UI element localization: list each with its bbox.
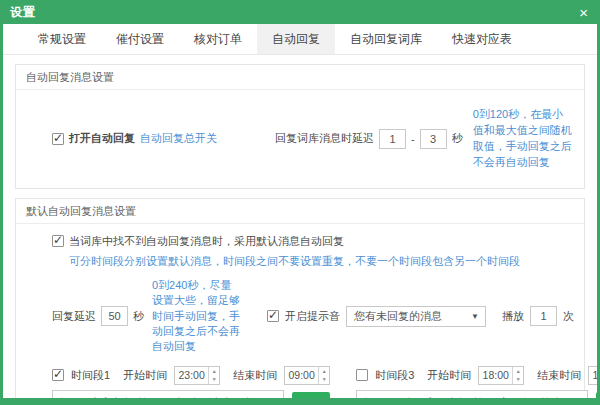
start-time-label: 开始时间: [427, 368, 471, 383]
auto-reply-checkbox[interactable]: [52, 133, 64, 145]
master-switch-note: 自动回复总开关: [140, 131, 217, 146]
end-time-label: 结束时间: [537, 368, 581, 383]
section1-title: 自动回复消息设置: [16, 65, 584, 90]
section2-title: 默认自动回复消息设置: [16, 199, 584, 224]
play-count-input[interactable]: [530, 306, 557, 326]
close-icon[interactable]: ×: [577, 5, 590, 20]
reply-delay-note: 0到240秒，尽量设置大些，留足够时间手动回复，手动回复之后不会再自动回复: [152, 278, 241, 355]
window-title: 设置: [10, 4, 36, 21]
reply-delay-input[interactable]: [101, 306, 128, 326]
spinner-icon[interactable]: ▲▼: [512, 367, 523, 384]
thesaurus-delay-label: 回复词库消息时延迟: [275, 131, 374, 146]
period3-save-button[interactable]: 保存: [596, 392, 597, 398]
sound-checkbox[interactable]: [267, 310, 279, 322]
tab-payment-reminder[interactable]: 催付设置: [101, 24, 179, 54]
period3-end-input[interactable]: 19:00 ▲▼: [588, 366, 597, 385]
period1-label: 时间段1: [71, 368, 110, 383]
tab-auto-reply[interactable]: 自动回复: [257, 24, 335, 54]
play-unit: 次: [563, 309, 574, 324]
start-time-label: 开始时间: [123, 368, 167, 383]
default-message-checkbox[interactable]: [52, 235, 64, 247]
dialog-content: 常规设置 催付设置 核对订单 自动回复 自动回复词库 快速对应表 自动回复消息设…: [3, 24, 597, 398]
period1-message-textarea[interactable]: 您好，本店上班时间是早上9点到晚上11点，如不能及时回复的，敬请谅解，谢谢！: [52, 390, 284, 398]
reply-delay-unit: 秒: [133, 309, 144, 324]
settings-dialog: 设置 × 常规设置 催付设置 核对订单 自动回复 自动回复词库 快速对应表 自动…: [0, 0, 600, 405]
period1-checkbox[interactable]: [52, 369, 64, 381]
spinner-icon[interactable]: ▲▼: [208, 367, 219, 384]
period1-save-button[interactable]: 保存: [292, 392, 330, 398]
tab-bar: 常规设置 催付设置 核对订单 自动回复 自动回复词库 快速对应表: [3, 24, 597, 55]
tab-quick-mapping[interactable]: 快速对应表: [437, 24, 527, 54]
play-label: 播放: [502, 309, 524, 324]
reply-delay-label: 回复延迟: [52, 309, 96, 324]
period1-end-input[interactable]: 09:00 ▲▼: [284, 366, 330, 385]
spinner-icon[interactable]: ▲▼: [318, 367, 329, 384]
delay-note: 0到120秒，在最小值和最大值之间随机取值，手动回复之后不会再自动回复: [473, 107, 574, 171]
period-block-3: 时间段3 开始时间 18:00 ▲▼ 结束时间 19:00 ▲▼ 您: [356, 365, 597, 398]
end-time-label: 结束时间: [233, 368, 277, 383]
default-message-label: 当词库中找不到自动回复消息时，采用默认消息自动回复: [69, 234, 344, 249]
period3-start-input[interactable]: 18:00 ▲▼: [478, 366, 524, 385]
auto-reply-message-settings-box: 自动回复消息设置 打开自动回复 自动回复总开关 回复词库消息时延迟 - 秒 0到…: [15, 64, 585, 189]
title-bar: 设置 ×: [0, 0, 600, 24]
default-auto-reply-settings-box: 默认自动回复消息设置 当词库中找不到自动回复消息时，采用默认消息自动回复 可分时…: [15, 198, 585, 398]
period-tip: 可分时间段分别设置默认消息，时间段之间不要设置重复，不要一个时间段包含另一个时间…: [16, 252, 584, 273]
sound-select[interactable]: 您有未回复的消息 ▼: [346, 306, 486, 327]
delay-unit: 秒: [452, 131, 463, 146]
period3-label: 时间段3: [375, 368, 414, 383]
delay-separator: -: [411, 133, 415, 145]
delay-max-input[interactable]: [420, 129, 447, 149]
delay-min-input[interactable]: [379, 129, 406, 149]
period-grid: 时间段1 开始时间 23:00 ▲▼ 结束时间 09:00 ▲▼ 您: [16, 363, 584, 398]
tab-auto-reply-thesaurus[interactable]: 自动回复词库: [335, 24, 437, 54]
sound-label: 开启提示音: [285, 309, 340, 324]
period-block-1: 时间段1 开始时间 23:00 ▲▼ 结束时间 09:00 ▲▼ 您: [52, 365, 330, 398]
period3-checkbox[interactable]: [356, 369, 368, 381]
auto-reply-label: 打开自动回复: [69, 131, 135, 146]
tab-general-settings[interactable]: 常规设置: [23, 24, 101, 54]
tab-order-check[interactable]: 核对订单: [179, 24, 257, 54]
chevron-down-icon: ▼: [471, 312, 485, 321]
sound-select-value: 您有未回复的消息: [354, 309, 442, 324]
period1-start-input[interactable]: 23:00 ▲▼: [174, 366, 220, 385]
period3-message-textarea[interactable]: 您好，现在是客服晚餐时间，客服人员较少，如不能及时回复，请您稍等会儿，马上回来，…: [356, 390, 588, 398]
